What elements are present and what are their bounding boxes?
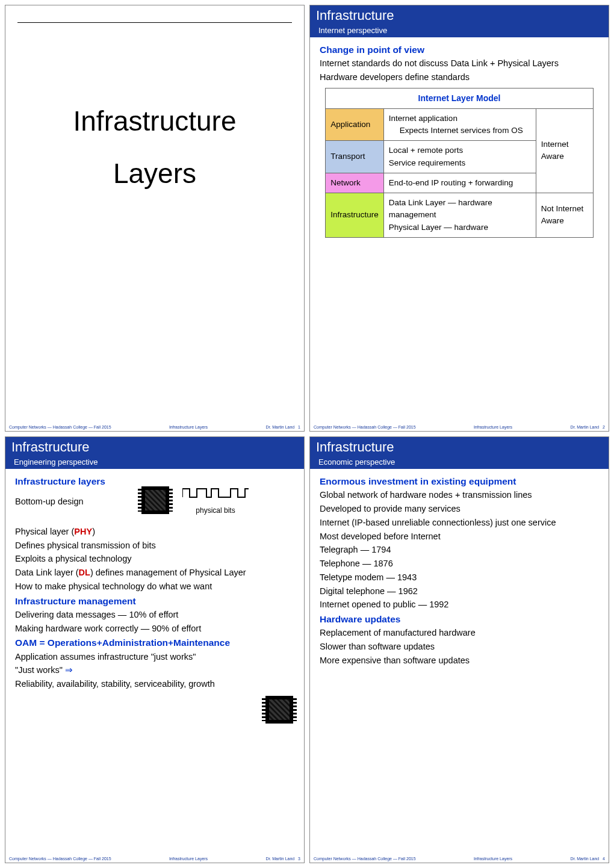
s3-p2c: ) bbox=[92, 527, 95, 536]
s3-p11: Reliability, availability, stability, se… bbox=[15, 678, 294, 691]
slide-2-content: Change in point of view Internet standar… bbox=[310, 37, 609, 240]
slide-4-header: Infrastructure bbox=[310, 437, 609, 456]
s3-p2a: Physical layer ( bbox=[15, 527, 74, 536]
s4-p6: Telephone — 1876 bbox=[320, 557, 599, 571]
slide-2-header: Infrastructure bbox=[310, 5, 609, 25]
cell-not-internet-aware: Not Internet Aware bbox=[536, 193, 593, 238]
footer-left: Computer Networks — Hadassah College — F… bbox=[314, 425, 416, 429]
footer-author: Dr. Martin Land bbox=[265, 425, 294, 429]
footer-right: Dr. Martin Land 2 bbox=[570, 425, 605, 429]
s2-line2: Hardware developers define standards bbox=[320, 71, 599, 84]
cell-desc-infrastructure: Data Link Layer — hardware management Ph… bbox=[383, 193, 536, 238]
cell-layer-application: Application bbox=[326, 108, 384, 141]
s2-line1: Internet standards do not discuss Data L… bbox=[320, 57, 599, 70]
footer-center: Infrastructure Layers bbox=[474, 425, 512, 429]
s3-p6: How to make physical technology do what … bbox=[15, 580, 294, 594]
s4-p5: Telegraph — 1794 bbox=[320, 544, 599, 557]
slide-4-subheader: Economic perspective bbox=[310, 456, 609, 469]
cell-desc-inf-1: Data Link Layer — hardware management bbox=[389, 198, 492, 219]
s4-p12: More expensive than software updates bbox=[320, 654, 599, 668]
s4-p2: Developed to provide many services bbox=[320, 503, 599, 516]
s2-heading: Change in point of view bbox=[320, 43, 599, 57]
chip-icon bbox=[141, 486, 169, 514]
s4-p8: Digital telephone — 1962 bbox=[320, 585, 599, 598]
s4-p9: Internet opened to public — 1992 bbox=[320, 598, 599, 612]
footer-author: Dr. Martin Land bbox=[570, 857, 599, 861]
footer-author: Dr. Martin Land bbox=[570, 425, 599, 429]
cell-desc-transport: Local + remote ports Service requirement… bbox=[383, 141, 536, 173]
slide-2-subheader: Internet perspective bbox=[310, 25, 609, 37]
footer-left: Computer Networks — Hadassah College — F… bbox=[9, 857, 111, 861]
s3-p5c: ) defines management of Physical Layer bbox=[90, 568, 246, 577]
cell-desc-app-2: Expects Internet services from OS bbox=[400, 125, 523, 137]
cell-layer-transport: Transport bbox=[326, 141, 384, 173]
footer-center: Infrastructure Layers bbox=[474, 857, 512, 861]
s4-p10: Replacement of manufactured hardware bbox=[320, 627, 599, 640]
footer-page: 1 bbox=[298, 425, 300, 429]
title-text: Infrastructure Layers bbox=[5, 95, 304, 200]
chip-icon-2 bbox=[265, 696, 293, 724]
s3-p7: Delivering data messages — 10% of effort bbox=[15, 609, 294, 622]
cell-desc-inf-2: Physical Layer — hardware bbox=[389, 223, 488, 232]
title-rule bbox=[17, 22, 292, 23]
slide-3: Infrastructure Engineering perspective I… bbox=[5, 436, 305, 863]
slide-3-body: Infrastructure Engineering perspective I… bbox=[5, 437, 304, 855]
slide-2-footer: Computer Networks — Hadassah College — F… bbox=[310, 424, 609, 431]
footer-right: Dr. Martin Land 1 bbox=[265, 425, 300, 429]
cell-desc-tr-2: Service requirements bbox=[389, 158, 466, 167]
s3-p4: Exploits a physical technology bbox=[15, 553, 294, 566]
slide-4-content: Enormous investment in existing equipmen… bbox=[310, 469, 609, 671]
slide-3-content: Infrastructure layers physical bits Bott… bbox=[5, 469, 304, 694]
table-row: Application Internet application Expects… bbox=[326, 108, 593, 141]
s4-heading-2: Hardware updates bbox=[320, 612, 599, 626]
s3-p10a: "Just works" bbox=[15, 665, 65, 675]
cell-layer-network: Network bbox=[326, 173, 384, 193]
layer-model-table: Internet Layer Model Application Interne… bbox=[325, 88, 593, 238]
slide-3-header: Infrastructure bbox=[5, 437, 304, 456]
slide-3-footer: Computer Networks — Hadassah College — F… bbox=[5, 855, 304, 863]
footer-page: 4 bbox=[603, 857, 605, 861]
slide-2: Infrastructure Internet perspective Chan… bbox=[309, 5, 609, 432]
s3-p9: Application assumes infrastructure "just… bbox=[15, 651, 294, 664]
cell-desc-network: End-to-end IP routing + forwarding bbox=[383, 173, 536, 193]
s4-p11: Slower than software updates bbox=[320, 640, 599, 654]
s3-p2: Physical layer (PHY) bbox=[15, 525, 294, 539]
s3-p8: Making hardware work correctly — 90% of … bbox=[15, 622, 294, 636]
footer-center: Infrastructure Layers bbox=[169, 425, 208, 429]
s3-p2b: PHY bbox=[74, 527, 92, 536]
square-wave-icon bbox=[182, 486, 249, 500]
slide-1-footer: Computer Networks — Hadassah College — F… bbox=[5, 424, 304, 431]
s4-p3: Internet (IP-based unreliable connection… bbox=[320, 516, 599, 530]
cell-desc-application: Internet application Expects Internet se… bbox=[383, 108, 536, 141]
footer-left: Computer Networks — Hadassah College — F… bbox=[314, 857, 416, 861]
s3-heading-3: OAM = Operations+Administration+Maintena… bbox=[15, 636, 294, 649]
cell-desc-tr-1: Local + remote ports bbox=[389, 146, 463, 155]
s3-p3: Defines physical transmission of bits bbox=[15, 539, 294, 553]
title-line-1: Infrastructure bbox=[5, 95, 304, 147]
slide-1: Infrastructure Layers Computer Networks … bbox=[5, 5, 305, 432]
slide-3-subheader: Engineering perspective bbox=[5, 456, 304, 469]
slide-1-body: Infrastructure Layers bbox=[5, 5, 304, 424]
signal-caption: physical bits bbox=[182, 505, 249, 516]
s4-p1: Global network of hardware nodes + trans… bbox=[320, 489, 599, 502]
footer-center: Infrastructure Layers bbox=[169, 857, 208, 861]
s4-p7: Teletype modem — 1943 bbox=[320, 571, 599, 584]
footer-page: 3 bbox=[298, 857, 300, 861]
cell-layer-infrastructure: Infrastructure bbox=[326, 193, 384, 238]
s3-p5b: DL bbox=[79, 568, 90, 577]
table-row: Infrastructure Data Link Layer — hardwar… bbox=[326, 193, 593, 238]
arrow-icon: ⇒ bbox=[65, 665, 73, 675]
slide-4-body: Infrastructure Economic perspective Enor… bbox=[310, 437, 609, 855]
s3-p5a: Data Link layer ( bbox=[15, 568, 79, 577]
slide-grid: Infrastructure Layers Computer Networks … bbox=[5, 5, 609, 863]
s4-heading-1: Enormous investment in existing equipmen… bbox=[320, 474, 599, 488]
signal-block: physical bits bbox=[182, 486, 249, 516]
slide-4: Infrastructure Economic perspective Enor… bbox=[309, 436, 609, 863]
slide-2-body: Infrastructure Internet perspective Chan… bbox=[310, 5, 609, 424]
s4-p4: Most developed before Internet bbox=[320, 530, 599, 544]
footer-left: Computer Networks — Hadassah College — F… bbox=[9, 425, 111, 429]
s3-heading-2: Infrastructure management bbox=[15, 594, 294, 608]
table-caption: Internet Layer Model bbox=[326, 88, 593, 108]
title-line-2: Layers bbox=[5, 147, 304, 200]
footer-page: 2 bbox=[603, 425, 605, 429]
